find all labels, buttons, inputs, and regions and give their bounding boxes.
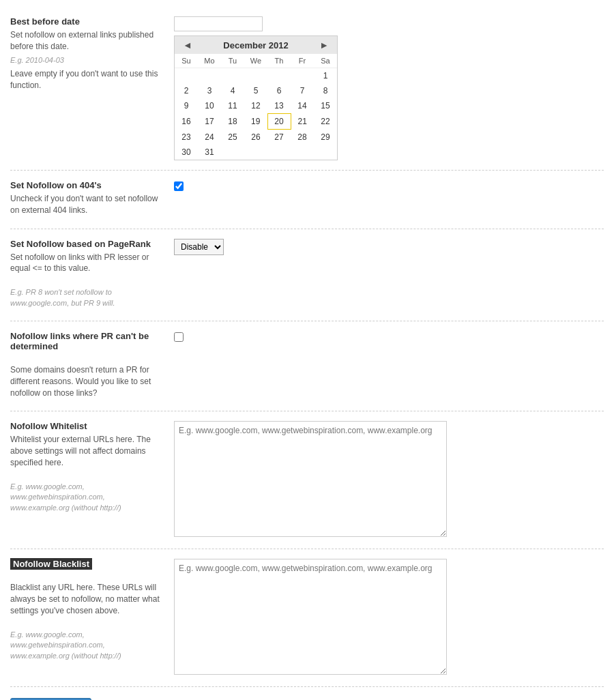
best-before-date-input[interactable] <box>174 16 263 31</box>
calendar-day-empty-5-4 <box>267 145 291 160</box>
nofollow-404-checkbox[interactable] <box>174 181 184 191</box>
cal-header-tu: Tu <box>221 54 244 68</box>
blacklist-example: E.g. www.google.com, www.getwebinspirati… <box>10 630 160 661</box>
calendar-next-button[interactable]: ► <box>317 40 332 50</box>
best-before-date-description: Set nofollow on external links published… <box>10 29 160 53</box>
page-container: Best before date Set nofollow on externa… <box>0 0 614 700</box>
blacklist-description: Blacklist any URL here. These URLs will … <box>10 582 160 616</box>
calendar-day-21[interactable]: 21 <box>291 114 314 130</box>
calendar-day-30[interactable]: 30 <box>175 145 198 160</box>
calendar-grid: Su Mo Tu We Th Fr Sa 1234567891011121314… <box>175 54 337 160</box>
pagerank-dropdown[interactable]: Disable 0 1 2 3 4 5 6 7 8 9 10 <box>174 239 224 255</box>
pagerank-title: Set Nofollow based on PageRank <box>10 239 160 249</box>
calendar-month-year: December 2012 <box>223 40 288 50</box>
cal-header-we: We <box>244 54 267 68</box>
calendar-day-15[interactable]: 15 <box>314 98 337 114</box>
cal-header-fr: Fr <box>291 54 314 68</box>
best-before-date-label-col: Best before date Set nofollow on externa… <box>10 16 174 94</box>
calendar-day-4[interactable]: 4 <box>221 83 244 98</box>
calendar-week-0: 1 <box>175 68 337 84</box>
calendar-day-6[interactable]: 6 <box>267 83 291 98</box>
nofollow-404-content <box>174 180 604 193</box>
calendar-week-2: 9101112131415 <box>175 98 337 114</box>
pr-undetermined-title: Nofollow links where PR can't be determi… <box>10 331 160 351</box>
calendar-day-13[interactable]: 13 <box>267 98 291 114</box>
calendar-day-17[interactable]: 17 <box>198 114 221 130</box>
nofollow-404-section: Set Nofollow on 404's Uncheck if you don… <box>10 171 604 229</box>
blacklist-textarea[interactable] <box>174 559 447 675</box>
calendar-day-5[interactable]: 5 <box>244 83 267 98</box>
blacklist-title-highlighted: Nofollow Blacklist <box>10 558 92 570</box>
whitelist-title: Nofollow Whitelist <box>10 421 160 431</box>
cal-header-sa: Sa <box>314 54 337 68</box>
calendar-day-empty-0-1 <box>198 68 221 84</box>
calendar-day-29[interactable]: 29 <box>314 130 337 145</box>
calendar-day-2[interactable]: 2 <box>175 83 198 98</box>
best-before-date-example: E.g. 2010-04-03 <box>10 55 160 65</box>
calendar-day-27[interactable]: 27 <box>267 130 291 145</box>
calendar-prev-button[interactable]: ◄ <box>180 40 195 50</box>
pr-undetermined-description: Some domains doesn't return a PR for dif… <box>10 364 160 398</box>
pagerank-example: E.g. PR 8 won't set nofollow to www.goog… <box>10 287 160 308</box>
calendar-day-20[interactable]: 20 <box>267 114 291 130</box>
calendar-day-14[interactable]: 14 <box>291 98 314 114</box>
whitelist-label-col: Nofollow Whitelist Whitelist your extern… <box>10 421 174 516</box>
nofollow-404-label-col: Set Nofollow on 404's Uncheck if you don… <box>10 180 174 219</box>
calendar-day-22[interactable]: 22 <box>314 114 337 130</box>
best-before-date-title: Best before date <box>10 16 160 27</box>
calendar-day-16[interactable]: 16 <box>175 114 198 130</box>
calendar-day-empty-0-2 <box>221 68 244 84</box>
pagerank-label-col: Set Nofollow based on PageRank Set nofol… <box>10 239 174 311</box>
calendar-day-23[interactable]: 23 <box>175 130 198 145</box>
whitelist-example: E.g. www.google.com, www.getwebinspirati… <box>10 482 160 513</box>
calendar-day-11[interactable]: 11 <box>221 98 244 114</box>
calendar-widget: ◄ December 2012 ► Su Mo Tu We Th Fr Sa <box>174 35 338 160</box>
blacklist-label-col: Nofollow Blacklist Blacklist any URL her… <box>10 559 174 664</box>
nofollow-404-description: Uncheck if you don't want to set nofollo… <box>10 193 160 216</box>
calendar-day-10[interactable]: 10 <box>198 98 221 114</box>
calendar-day-26[interactable]: 26 <box>244 130 267 145</box>
pr-undetermined-label-col: Nofollow links where PR can't be determi… <box>10 331 174 401</box>
calendar-day-headers-row: Su Mo Tu We Th Fr Sa <box>175 54 337 68</box>
whitelist-textarea[interactable] <box>174 421 447 537</box>
blacklist-section: Nofollow Blacklist Blacklist any URL her… <box>10 549 604 687</box>
calendar-day-empty-5-3 <box>244 145 267 160</box>
pagerank-section: Set Nofollow based on PageRank Set nofol… <box>10 229 604 321</box>
calendar-week-3: 16171819202122 <box>175 114 337 130</box>
cal-header-su: Su <box>175 54 198 68</box>
pr-undetermined-section: Nofollow links where PR can't be determi… <box>10 321 604 411</box>
pr-undetermined-checkbox[interactable] <box>174 332 184 342</box>
calendar-day-31[interactable]: 31 <box>198 145 221 160</box>
calendar-day-7[interactable]: 7 <box>291 83 314 98</box>
calendar-day-3[interactable]: 3 <box>198 83 221 98</box>
calendar-day-12[interactable]: 12 <box>244 98 267 114</box>
calendar-week-1: 2345678 <box>175 83 337 98</box>
best-before-date-section: Best before date Set nofollow on externa… <box>10 7 604 171</box>
calendar-day-empty-0-0 <box>175 68 198 84</box>
calendar-day-1[interactable]: 1 <box>314 68 337 84</box>
calendar-day-18[interactable]: 18 <box>221 114 244 130</box>
whitelist-description: Whitelist your external URLs here. The a… <box>10 434 160 468</box>
calendar-day-24[interactable]: 24 <box>198 130 221 145</box>
calendar-day-19[interactable]: 19 <box>244 114 267 130</box>
blacklist-content <box>174 559 604 677</box>
best-before-date-content: ◄ December 2012 ► Su Mo Tu We Th Fr Sa <box>174 16 604 160</box>
pagerank-content: Disable 0 1 2 3 4 5 6 7 8 9 10 <box>174 239 604 255</box>
calendar-day-empty-0-4 <box>267 68 291 84</box>
nofollow-404-title: Set Nofollow on 404's <box>10 180 160 190</box>
calendar-day-empty-5-6 <box>314 145 337 160</box>
calendar-day-empty-5-5 <box>291 145 314 160</box>
best-before-date-hint: Leave empty if you don't want to use thi… <box>10 68 160 91</box>
calendar-day-28[interactable]: 28 <box>291 130 314 145</box>
calendar-day-8[interactable]: 8 <box>314 83 337 98</box>
calendar-day-9[interactable]: 9 <box>175 98 198 114</box>
pr-undetermined-content <box>174 331 604 344</box>
whitelist-section: Nofollow Whitelist Whitelist your extern… <box>10 411 604 549</box>
calendar-week-5: 3031 <box>175 145 337 160</box>
calendar-day-empty-5-2 <box>221 145 244 160</box>
calendar-header: ◄ December 2012 ► <box>175 36 337 54</box>
whitelist-content <box>174 421 604 539</box>
calendar-day-empty-0-5 <box>291 68 314 84</box>
calendar-day-25[interactable]: 25 <box>221 130 244 145</box>
cal-header-th: Th <box>267 54 291 68</box>
